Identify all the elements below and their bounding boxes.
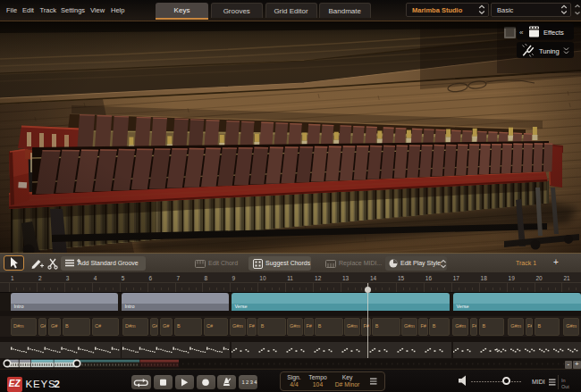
svg-text:Effects: Effects [543,29,564,37]
svg-text:«: « [519,29,524,37]
svg-text:Tuning: Tuning [539,47,560,55]
